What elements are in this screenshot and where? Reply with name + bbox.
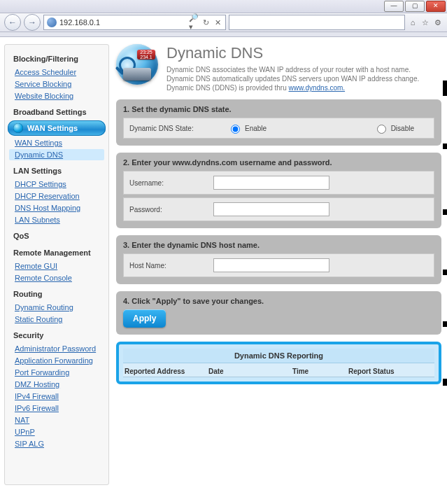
sidebar-item-port-forwarding[interactable]: Port Forwarding [9,367,104,378]
username-input[interactable] [213,176,329,190]
sidebar-item-website-blocking[interactable]: Website Blocking [9,90,104,102]
section-hostname-title: 3. Enter the dynamic DNS host name. [123,241,434,249]
search-dropdown-icon[interactable]: 🔎▾ [189,18,199,27]
hostname-input[interactable] [213,258,329,272]
page-logo-icon: 23:25 234.1 [116,44,158,85]
state-label: Dynamic DNS State: [129,125,206,132]
sidebar: Blocking/Filtering Access Scheduler Serv… [4,44,109,485]
section-apply: 4. Click "Apply" to save your changes. A… [116,291,441,335]
hostname-label: Host Name: [129,262,213,270]
sidebar-group-qos: QoS [6,226,107,243]
sidebar-group-remote: Remote Management [6,243,107,260]
radio-enable[interactable]: Enable [227,122,267,134]
report-col-status: Report Status [348,368,433,375]
refresh-icon[interactable]: ↻ [201,18,211,27]
decorative-marks [443,78,447,449]
minimize-button[interactable]: — [384,1,404,12]
section-state-title: 1. Set the dynamic DNS state. [123,105,434,113]
password-label: Password: [129,206,213,214]
sidebar-item-upnp[interactable]: UPnP [9,426,104,438]
sidebar-item-remote-gui[interactable]: Remote GUI [9,260,104,272]
main-content: 23:25 234.1 Dynamic DNS Dynamic DNS asso… [109,44,441,485]
sidebar-group-wan-active[interactable]: WAN Settings [8,120,106,136]
back-button[interactable]: ← [4,14,21,31]
sidebar-item-admin-password[interactable]: Administrator Password [9,343,104,354]
radio-enable-input[interactable] [231,125,240,134]
sidebar-item-service-blocking[interactable]: Service Blocking [9,78,104,90]
forward-button[interactable]: → [24,14,41,31]
apply-button[interactable]: Apply [123,309,166,328]
report-header-row: Reported Address Date Time Report Status [123,363,434,377]
dyndns-link[interactable]: www.dyndns.com. [289,84,346,92]
report-col-time: Time [292,368,348,375]
sidebar-group-routing: Routing [6,284,107,301]
username-label: Username: [129,179,213,187]
sidebar-group-lan: LAN Settings [6,161,107,178]
favorites-icon[interactable]: ☆ [420,18,430,27]
address-bar[interactable]: 192.168.0.1 🔎▾ ↻ ✕ [43,15,226,30]
section-state: 1. Set the dynamic DNS state. Dynamic DN… [116,99,441,146]
sidebar-item-lan-subnets[interactable]: LAN Subnets [9,214,104,225]
globe-icon [13,123,23,133]
password-input[interactable] [213,202,329,216]
sidebar-item-remote-console[interactable]: Remote Console [9,272,104,284]
sidebar-group-broadband: Broadband Settings [6,102,107,119]
sidebar-item-app-forwarding[interactable]: Application Forwarding [9,355,104,366]
sidebar-item-dynamic-dns[interactable]: Dynamic DNS [9,149,104,160]
tools-icon[interactable]: ⚙ [433,18,443,27]
sidebar-item-dmz-hosting[interactable]: DMZ Hosting [9,379,104,390]
sidebar-item-dhcp-settings[interactable]: DHCP Settings [9,178,104,190]
report-panel: Dynamic DNS Reporting Reported Address D… [116,342,441,384]
sidebar-item-nat[interactable]: NAT [9,414,104,426]
radio-enable-label: Enable [245,125,267,132]
browser-toolbar: ← → 192.168.0.1 🔎▾ ↻ ✕ ⌂ ☆ ⚙ [0,13,447,32]
report-title: Dynamic DNS Reporting [123,349,434,363]
page-header: 23:25 234.1 Dynamic DNS Dynamic DNS asso… [116,44,441,92]
section-credentials: 2. Enter your www.dyndns.com username an… [116,153,441,228]
radio-disable-input[interactable] [377,125,386,134]
report-col-address: Reported Address [125,368,208,375]
page-desc-3a: Dynamic DNS (DDNS) is provided thru [166,84,289,92]
sidebar-item-dhcp-reservation[interactable]: DHCP Reservation [9,190,104,202]
sidebar-item-wan-settings[interactable]: WAN Settings [9,137,104,148]
sidebar-group-wan-label: WAN Settings [27,124,78,132]
stop-icon[interactable]: ✕ [213,18,222,27]
maximize-button[interactable]: ▢ [405,1,425,12]
sidebar-item-access-scheduler[interactable]: Access Scheduler [9,66,104,78]
radio-disable-label: Disable [391,125,414,132]
sidebar-item-dns-host-mapping[interactable]: DNS Host Mapping [9,202,104,214]
logo-badge: 23:25 234.1 [137,50,155,59]
section-credentials-title: 2. Enter your www.dyndns.com username an… [123,158,434,167]
radio-disable[interactable]: Disable [374,122,414,134]
sidebar-group-security: Security [6,326,107,342]
browser-tab-strip [0,32,447,37]
close-button[interactable]: ✕ [426,1,446,12]
section-hostname: 3. Enter the dynamic DNS host name. Host… [116,235,441,284]
sidebar-item-static-routing[interactable]: Static Routing [9,314,104,325]
window-titlebar: — ▢ ✕ [0,0,447,13]
page-desc-2: Dynamic DNS automatically updates DNS se… [166,75,419,83]
site-favicon [47,18,57,27]
sidebar-item-ipv6-firewall[interactable]: IPv6 Firewall [9,402,104,414]
sidebar-item-dynamic-routing[interactable]: Dynamic Routing [9,302,104,313]
sidebar-item-sip-alg[interactable]: SIP ALG [9,438,104,449]
section-apply-title: 4. Click "Apply" to save your changes. [123,297,434,305]
page-desc-1: Dynamic DNS associates the WAN IP addres… [166,66,411,74]
page-title: Dynamic DNS [166,44,419,62]
sidebar-group-blocking: Blocking/Filtering [6,49,107,66]
search-box[interactable] [229,15,405,30]
url-text: 192.168.0.1 [59,18,189,27]
home-icon[interactable]: ⌂ [408,18,418,27]
sidebar-item-ipv4-firewall[interactable]: IPv4 Firewall [9,391,104,402]
report-col-date: Date [208,368,292,375]
